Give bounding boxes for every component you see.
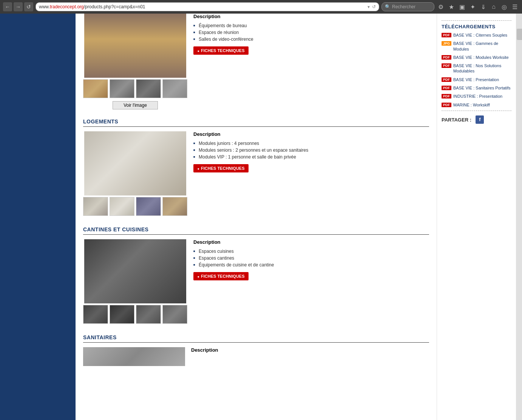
sanitaires-title: SANITAIRES bbox=[83, 334, 429, 343]
search-placeholder: Rechercher bbox=[392, 4, 415, 9]
logements-desc-title: Description bbox=[193, 131, 429, 137]
ssl-icon: ▼ bbox=[367, 5, 371, 9]
jpg-badge-2: JPG bbox=[442, 41, 451, 46]
home-icon[interactable]: ⌂ bbox=[490, 3, 498, 11]
menu-icon[interactable]: ☰ bbox=[511, 3, 519, 11]
bed-thumb-1[interactable] bbox=[83, 197, 108, 216]
scrollbar[interactable] bbox=[516, 14, 522, 420]
sanitaires-image-placeholder bbox=[83, 347, 185, 366]
kit-thumb-4[interactable] bbox=[162, 305, 187, 324]
office-item-1: Équipements de bureau bbox=[193, 22, 429, 29]
facebook-button[interactable]: f bbox=[476, 115, 484, 124]
download-link-6: BASE VIE : Sanitaires Portatifs bbox=[453, 85, 511, 91]
search-bar[interactable]: 🔍 Rechercher bbox=[381, 2, 434, 11]
wrench-icon[interactable]: ⚙ bbox=[437, 3, 445, 11]
sanitaires-section: SANITAIRES Description bbox=[83, 334, 429, 366]
cantines-item-1: Espaces cuisines bbox=[193, 248, 429, 255]
reload-button[interactable]: ↺ bbox=[24, 2, 33, 11]
cantines-section: CANTINES ET CUISINES Description bbox=[83, 226, 429, 327]
partager-title: PARTAGER : bbox=[442, 117, 471, 122]
sanitaires-description: Description bbox=[191, 347, 429, 366]
download-item-7[interactable]: PDF INDUSTRIE : Presentation bbox=[442, 94, 511, 99]
pdf-badge-6: PDF bbox=[442, 86, 451, 90]
cantines-title: CANTINES ET CUISINES bbox=[83, 226, 429, 235]
pdf-badge-8: PDF bbox=[442, 103, 451, 107]
pdf-badge-1: PDF bbox=[442, 33, 451, 37]
bedroom-image-placeholder bbox=[84, 131, 186, 195]
cantines-description: Description Espaces cuisines Espaces can… bbox=[193, 239, 429, 327]
download-icon[interactable]: ⇓ bbox=[479, 3, 487, 11]
office-desc-list: Équipements de bureau Espaces de réunion… bbox=[193, 22, 429, 43]
download-link-3: BASE VIE : Modules Worksite bbox=[453, 55, 509, 60]
pdf-badge-5: PDF bbox=[442, 77, 451, 82]
logements-item-3: Modules VIP : 1 personne et salle de bai… bbox=[193, 154, 429, 160]
kitchen-image-placeholder bbox=[84, 239, 186, 303]
office-thumb-4[interactable] bbox=[162, 79, 187, 98]
office-fiches-button[interactable]: FICHES TECHNIQUES bbox=[193, 46, 249, 55]
search-icon: 🔍 bbox=[385, 4, 391, 9]
download-item-4[interactable]: PDF BASE VIE : Nos Solutions Modulables bbox=[442, 63, 511, 74]
left-sidebar bbox=[0, 14, 76, 420]
bottom-divider bbox=[442, 111, 511, 111]
reader-icon[interactable]: ▣ bbox=[458, 3, 466, 11]
nav-buttons: ← → ↺ bbox=[3, 2, 33, 11]
bed-thumb-4[interactable] bbox=[162, 197, 187, 216]
download-item-5[interactable]: PDF BASE VIE : Presentation bbox=[442, 77, 511, 82]
refresh-icon[interactable]: ↺ bbox=[372, 4, 376, 9]
download-link-5: BASE VIE : Presentation bbox=[453, 77, 499, 82]
sanitaires-desc-title: Description bbox=[191, 347, 429, 353]
sanitaires-main-image bbox=[83, 347, 185, 366]
download-item-1[interactable]: PDF BASE VIE : Citernes Souples bbox=[442, 32, 511, 38]
bed-thumb-3[interactable] bbox=[136, 197, 161, 216]
office-thumb-2[interactable] bbox=[110, 79, 134, 98]
office-main-image bbox=[84, 14, 186, 78]
logements-product-row: Description Modules juniors : 4 personne… bbox=[83, 131, 429, 219]
download-item-8[interactable]: PDF MARINE : Workskiff bbox=[442, 102, 511, 108]
download-item-6[interactable]: PDF BASE VIE : Sanitaires Portatifs bbox=[442, 85, 511, 91]
sync-icon[interactable]: ◎ bbox=[500, 3, 508, 11]
download-link-1: BASE VIE : Citernes Souples bbox=[453, 32, 507, 38]
top-divider bbox=[442, 20, 511, 21]
download-link-7: INDUSTRIE : Presentation bbox=[453, 94, 502, 99]
cantines-main-image bbox=[84, 239, 186, 303]
pocket-icon[interactable]: ✦ bbox=[468, 3, 477, 11]
logements-fiches-button[interactable]: FICHES TECHNIQUES bbox=[193, 164, 249, 172]
pdf-badge-4: PDF bbox=[442, 63, 451, 68]
kit-thumb-3[interactable] bbox=[136, 305, 161, 324]
browser-chrome: ← → ↺ www.tradeconcept.org/products.php?… bbox=[0, 0, 522, 14]
url-domain: tradeconcept.org bbox=[50, 4, 84, 9]
sanitaires-product-row: Description bbox=[83, 347, 429, 366]
page-wrapper: Voir l'image Description Équipements de … bbox=[0, 14, 522, 420]
address-bar[interactable]: www.tradeconcept.org/products.php?c=camp… bbox=[36, 2, 379, 11]
office-thumbnail-row bbox=[83, 79, 187, 98]
voir-image-button[interactable]: Voir l'image bbox=[113, 101, 158, 109]
office-item-2: Espaces de réunion bbox=[193, 29, 429, 36]
office-image-placeholder bbox=[84, 14, 186, 78]
toolbar-icons: ⚙ ★ ▣ ✦ ⇓ ⌂ ◎ ☰ bbox=[437, 3, 519, 11]
kit-thumb-1[interactable] bbox=[83, 305, 108, 324]
star-icon[interactable]: ★ bbox=[447, 3, 456, 11]
cantines-thumbnail-row bbox=[83, 305, 187, 324]
cantines-desc-title: Description bbox=[193, 239, 429, 245]
office-thumb-3[interactable] bbox=[136, 79, 161, 98]
office-description: Description Équipements de bureau Espace… bbox=[193, 14, 429, 111]
office-product-row: Voir l'image Description Équipements de … bbox=[83, 14, 429, 111]
office-thumb-1[interactable] bbox=[83, 79, 108, 98]
download-link-2: BASE VIE : Gammes de Modules bbox=[453, 41, 511, 52]
back-button[interactable]: ← bbox=[3, 2, 12, 11]
logements-section: LOGEMENTS Description Mo bbox=[83, 118, 429, 219]
office-desc-title: Description bbox=[193, 14, 429, 19]
cantines-item-2: Espaces cantines bbox=[193, 255, 429, 262]
cantines-fiches-button[interactable]: FICHES TECHNIQUES bbox=[193, 272, 249, 280]
download-item-2[interactable]: JPG BASE VIE : Gammes de Modules bbox=[442, 41, 511, 52]
logements-item-1: Modules juniors : 4 personnes bbox=[193, 140, 429, 147]
logements-title: LOGEMENTS bbox=[83, 118, 429, 127]
download-item-3[interactable]: PDF BASE VIE : Modules Worksite bbox=[442, 55, 511, 60]
logements-description: Description Modules juniors : 4 personne… bbox=[193, 131, 429, 219]
kit-thumb-2[interactable] bbox=[110, 305, 134, 324]
bed-thumb-2[interactable] bbox=[110, 197, 134, 216]
cantines-product-row: Description Espaces cuisines Espaces can… bbox=[83, 239, 429, 327]
forward-button[interactable]: → bbox=[14, 2, 23, 11]
telechargements-title: TÉLÉCHARGEMENTS bbox=[442, 24, 511, 29]
cantines-item-3: Équipements de cuisine et de cantine bbox=[193, 262, 429, 268]
